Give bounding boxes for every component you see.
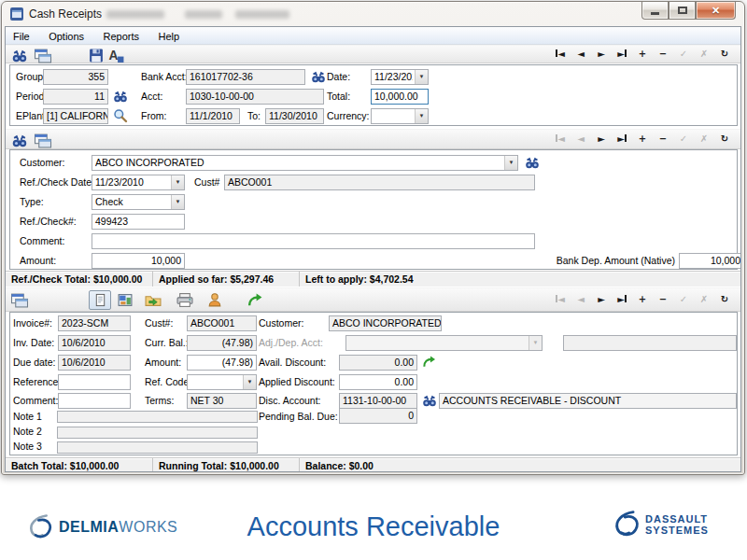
notes-toggle-button[interactable]: [89, 290, 111, 310]
minimize-button[interactable]: [641, 2, 669, 20]
period-field: 11: [43, 89, 108, 105]
customer-label: Customer:: [20, 155, 64, 171]
type-label: Type:: [20, 194, 44, 210]
customer-combo[interactable]: ABCO INCORPORATED ▼: [92, 155, 518, 171]
chevron-down-icon[interactable]: ▼: [504, 156, 517, 170]
comment-field[interactable]: [92, 233, 535, 249]
inv-amount-field[interactable]: (47.98): [187, 355, 257, 371]
due-date-label: Due date:: [13, 355, 56, 371]
pending-bal-field: 0: [339, 408, 417, 424]
print-icon[interactable]: [176, 292, 194, 308]
bank-dep-field[interactable]: 10,000: [679, 253, 741, 269]
nav-prior-button[interactable]: ◄: [571, 49, 591, 59]
balance-status: Balance: $0.00: [300, 458, 740, 472]
close-button[interactable]: ✕: [696, 2, 736, 20]
chevron-down-icon[interactable]: ▼: [415, 70, 428, 84]
chevron-down-icon[interactable]: ▼: [171, 195, 184, 209]
inv-comment-field[interactable]: [58, 393, 131, 409]
ref-check-date-value: 11/23/2010: [95, 175, 169, 189]
ref-check-date-combo[interactable]: 11/23/2010 ▼: [92, 175, 185, 190]
menu-bar: File Options Reports Help: [6, 27, 740, 45]
minimize-icon: [651, 12, 659, 15]
nav-next-button[interactable]: ►: [591, 49, 612, 59]
nav-delete-button[interactable]: −: [653, 133, 673, 144]
nav-last-button[interactable]: ►: [612, 49, 632, 59]
nav-insert-button[interactable]: +: [632, 49, 653, 59]
period-lookup-icon[interactable]: [113, 89, 128, 104]
payment-status-bar: Ref./Check Total: $10,000.00 Applied so …: [6, 271, 740, 287]
nav-first-button[interactable]: ◄: [550, 49, 571, 59]
inv-date-field: 10/6/2010: [58, 335, 131, 351]
nav-refresh-button[interactable]: ↻: [714, 49, 735, 59]
total-field[interactable]: 10,000.00: [371, 89, 429, 105]
save-icon[interactable]: [88, 48, 105, 63]
dassault-systemes-logo: DASSAULT SYSTEMES: [612, 509, 709, 540]
payment-toolbar: ◄ ◄ ► ► + − ✓ ✗ ↻: [6, 129, 740, 149]
recall-record-icon[interactable]: [10, 292, 29, 308]
nav-delete-button[interactable]: −: [653, 294, 673, 304]
nav-cancel-button[interactable]: ✗: [694, 294, 714, 304]
contact-icon[interactable]: [206, 292, 223, 308]
maximize-button[interactable]: [669, 2, 696, 20]
auto-apply-icon[interactable]: [247, 292, 263, 308]
chevron-down-icon[interactable]: ▼: [415, 109, 428, 123]
disc-account-lookup-icon[interactable]: [422, 393, 437, 408]
group-field: 355: [43, 69, 108, 85]
note2-field: [57, 427, 258, 439]
reference-field[interactable]: [58, 374, 131, 390]
menu-help[interactable]: Help: [151, 28, 188, 42]
date-value: 11/23/2010: [374, 70, 413, 84]
nav-refresh-button[interactable]: ↻: [714, 294, 735, 304]
nav-insert-button[interactable]: +: [632, 133, 653, 144]
nav-last-button[interactable]: ►: [612, 133, 632, 144]
find-icon[interactable]: [11, 133, 28, 148]
chevron-down-icon[interactable]: ▼: [243, 375, 256, 389]
ref-check-total-status: Ref./Check Total: $10,000.00: [6, 272, 153, 287]
bank-acct-lookup-icon[interactable]: [311, 69, 326, 84]
type-combo[interactable]: Check ▼: [92, 194, 185, 210]
nav-last-button[interactable]: ►: [612, 294, 632, 304]
menu-reports[interactable]: Reports: [96, 28, 148, 42]
font-sort-icon[interactable]: A: [108, 48, 125, 63]
amount-field[interactable]: 10,000: [92, 253, 185, 269]
nav-prior-button[interactable]: ◄: [571, 294, 591, 304]
nav-refresh-button[interactable]: ↻: [714, 133, 735, 144]
find-icon[interactable]: [11, 48, 28, 63]
ref-code-combo[interactable]: ▼: [187, 374, 257, 390]
recall-record-icon[interactable]: [34, 133, 52, 148]
currency-combo[interactable]: ▼: [371, 108, 429, 124]
nav-prior-button[interactable]: ◄: [571, 133, 591, 144]
report-icon[interactable]: [117, 292, 134, 308]
note3-field: [57, 441, 258, 454]
inv-customer-field: ABCO INCORPORATED: [329, 315, 442, 331]
nav-first-button[interactable]: ◄: [550, 294, 571, 304]
customer-lookup-icon[interactable]: [525, 155, 540, 170]
nav-cancel-button[interactable]: ✗: [694, 133, 714, 144]
ref-check-no-field[interactable]: 499423: [92, 214, 185, 230]
eplant-search-icon[interactable]: [113, 108, 128, 123]
chevron-down-icon[interactable]: ▼: [171, 175, 184, 189]
menu-options[interactable]: Options: [41, 28, 92, 42]
nav-next-button[interactable]: ►: [591, 294, 612, 304]
running-total-status: Running Total: $10,000.00: [153, 458, 300, 472]
menu-file[interactable]: File: [6, 28, 37, 42]
title-bar[interactable]: Cash Receipts ✕: [2, 2, 744, 26]
nav-delete-button[interactable]: −: [653, 49, 673, 59]
nav-post-button[interactable]: ✓: [673, 294, 694, 304]
nav-post-button[interactable]: ✓: [673, 49, 694, 59]
redacted-text: [235, 10, 289, 19]
inv-customer-label: Customer:: [259, 315, 303, 331]
disc-account-label: Disc. Account:: [259, 393, 321, 409]
date-combo[interactable]: 11/23/2010 ▼: [371, 69, 429, 85]
nav-post-button[interactable]: ✓: [673, 133, 694, 144]
recall-record-icon[interactable]: [34, 48, 52, 63]
take-discount-icon[interactable]: [422, 355, 436, 369]
nav-insert-button[interactable]: +: [632, 294, 653, 304]
nav-first-button[interactable]: ◄: [550, 133, 571, 144]
nav-cancel-button[interactable]: ✗: [694, 49, 714, 59]
export-folder-icon[interactable]: [144, 292, 162, 308]
nav-next-button[interactable]: ►: [591, 133, 612, 144]
inv-cust-no-label: Cust#:: [145, 315, 173, 331]
applied-discount-field[interactable]: 0.00: [339, 374, 417, 390]
from-date-field: 11/1/2010: [186, 108, 240, 124]
